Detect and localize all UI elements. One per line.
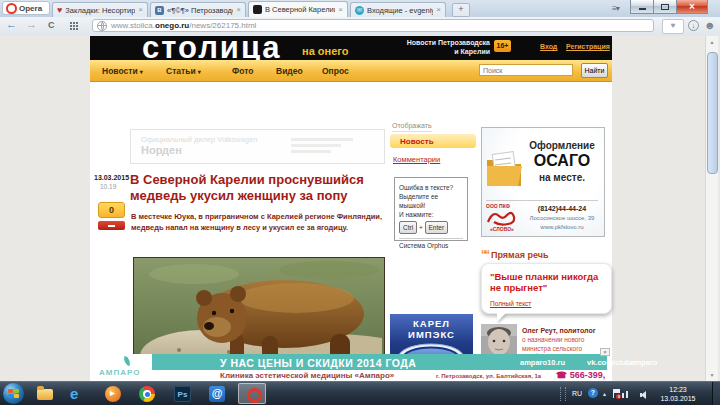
vote-down-button[interactable] (98, 221, 125, 230)
close-icon[interactable]: × (436, 6, 441, 14)
tray-expand-icon[interactable]: ▴ (603, 390, 606, 397)
login-link[interactable]: Вход (540, 43, 557, 50)
close-window-button[interactable] (676, 0, 708, 14)
display-news-label: Новость (400, 137, 434, 146)
scroll-up-icon[interactable]: ▲ (706, 36, 718, 48)
direct-speech-heading: Прямая речь (481, 248, 548, 260)
enter-key: Enter (425, 221, 449, 234)
forward-icon[interactable]: → (26, 18, 37, 30)
amparo-address: г. Петрозаводск, ул. Балтийская, 1а (436, 373, 541, 379)
plus-sign: + (419, 224, 423, 231)
vk-icon: B (155, 6, 164, 15)
amparo-site-link[interactable]: amparo10.ru (520, 358, 565, 367)
search-button[interactable]: Найти (581, 63, 608, 78)
osago-address: Лососинское шоссе, 39 (524, 215, 600, 221)
opera-menu-button[interactable]: Opera (2, 1, 50, 15)
speech-quote: "Выше планки никогда не прыгнет" (490, 271, 604, 293)
speed-dial-icon[interactable] (70, 22, 72, 24)
explorer-icon[interactable] (36, 385, 54, 403)
display-news-active[interactable]: Новость (390, 134, 476, 148)
volume-icon[interactable] (637, 391, 646, 399)
scrollbar[interactable]: ▲ ▼ (705, 36, 718, 381)
tab-title: Входящие - evgeniya_an… (367, 6, 433, 15)
ad-faint-text (291, 144, 341, 147)
photoshop-icon[interactable]: Ps (174, 385, 192, 403)
tab-bar: Opera ♥ Закладки: Несортирован… × B «¶©¶… (0, 0, 720, 18)
site-header: столица на онего Новости Петрозаводска и… (90, 36, 612, 60)
content-area: Официальный дилер Volkswagen Норден 13.0… (90, 82, 612, 381)
new-tab-button[interactable]: + (452, 3, 470, 17)
amparo-vk-link[interactable]: vk.com/clubamparo (587, 358, 657, 367)
taskbar-grip (560, 387, 566, 401)
close-icon[interactable]: × (338, 6, 343, 14)
tab-bookmarks[interactable]: ♥ Закладки: Несортирован… × (52, 2, 148, 17)
reload-icon[interactable]: C (48, 20, 55, 30)
osago-line: Оформление (524, 140, 600, 151)
article-time: 10.19 (100, 183, 116, 190)
amparo-banner[interactable]: АМПАРО У НАС ЦЕНЫ И СКИДКИ 2014 ГОДА amp… (95, 354, 607, 381)
top-banner-ad[interactable]: Официальный дилер Volkswagen Норден (130, 129, 385, 164)
tab-title: В Северной Карелии про… (265, 5, 335, 14)
help-icon[interactable]: ? (588, 388, 598, 398)
media-player-icon[interactable] (104, 385, 122, 403)
maximize-button[interactable] (653, 0, 677, 14)
opera-taskbar-icon[interactable] (238, 383, 266, 404)
ad-line: Официальный дилер Volkswagen (141, 135, 257, 144)
chrome-icon[interactable] (138, 385, 156, 403)
full-text-link[interactable]: Полный текст (490, 300, 531, 307)
nav-news[interactable]: Новости (102, 66, 143, 76)
internet-explorer-icon[interactable]: e (70, 385, 88, 403)
start-button[interactable] (3, 383, 24, 404)
network-icon[interactable] (626, 391, 628, 398)
osago-ad[interactable]: Оформление ОСАГО на месте. ООО ПКФ «СЛОВ… (481, 127, 605, 237)
folder-documents-icon (485, 148, 523, 192)
site-logo-sub: на онего (302, 45, 348, 57)
windows-flag-icon (8, 389, 13, 393)
article-date: 13.03.2015 (94, 174, 129, 181)
tab-vk[interactable]: B «¶©¶» Петрозаводск О… × (150, 2, 246, 17)
age-badge: 16+ (494, 40, 511, 52)
rating-counter: 0 (98, 202, 125, 218)
amparo-logo-text: АМПАРО (99, 368, 140, 377)
close-icon[interactable]: × (236, 6, 241, 14)
amparo-info-strip: Клиника эстетической медицины «Ампаро» г… (152, 370, 607, 381)
mailru-icon[interactable]: @ (208, 385, 226, 403)
tab-mail[interactable]: Входящие - evgeniya_an… × (350, 2, 446, 17)
language-indicator[interactable]: RU (572, 390, 582, 397)
search-input[interactable] (479, 64, 573, 76)
page-viewport: столица на онего Новости Петрозаводска и… (0, 36, 720, 381)
opera-logo-icon (6, 3, 17, 14)
show-desktop-button[interactable] (712, 382, 720, 405)
bookmark-heart-icon[interactable]: ♥ (662, 19, 684, 34)
orphus-system-link[interactable]: Система Orphus (399, 241, 463, 250)
nav-poll[interactable]: Опрос (322, 66, 349, 76)
banner-close-icon[interactable]: × (600, 348, 610, 356)
ad-line: Норден (141, 144, 182, 156)
orphus-line: Ошибка в тексте? (399, 183, 463, 192)
address-bar[interactable]: www.stolica.onego.ru/news/262175.html (92, 19, 654, 32)
globe-icon (97, 21, 107, 31)
comments-link[interactable]: Комментарии (393, 155, 440, 164)
mail-icon (355, 6, 364, 15)
nav-articles[interactable]: Статьи (166, 66, 201, 76)
nav-photo[interactable]: Фото (232, 66, 253, 76)
download-icon[interactable]: ↓ (688, 20, 699, 31)
divider (486, 200, 598, 201)
tray-clock[interactable]: 12:23 13.03.2015 (652, 385, 704, 403)
site-favicon-icon (253, 5, 262, 14)
osago-org-name: «СЛОВО» (490, 226, 514, 232)
amparo-promo-strip: У НАС ЦЕНЫ И СКИДКИ 2014 ГОДА amparo10.r… (152, 354, 607, 370)
minimize-button[interactable] (630, 0, 654, 14)
scrollbar-thumb[interactable] (707, 52, 718, 174)
nav-video[interactable]: Видео (276, 66, 303, 76)
leaf-icon (122, 356, 132, 366)
register-link[interactable]: Регистрация (566, 43, 610, 50)
browser-toolbar: ← → C www.stolica.onego.ru/news/262175.h… (0, 17, 720, 37)
user-account-icon[interactable]: ☻ (704, 19, 716, 32)
tab-article-active[interactable]: В Северной Карелии про… × (248, 1, 348, 17)
back-icon[interactable]: ← (6, 18, 17, 30)
tab-menu-icon[interactable] (612, 4, 624, 13)
karel-line: ИМПЭКС (390, 329, 473, 340)
scroll-down-icon[interactable]: ▼ (706, 369, 718, 381)
close-icon[interactable]: × (138, 6, 143, 14)
